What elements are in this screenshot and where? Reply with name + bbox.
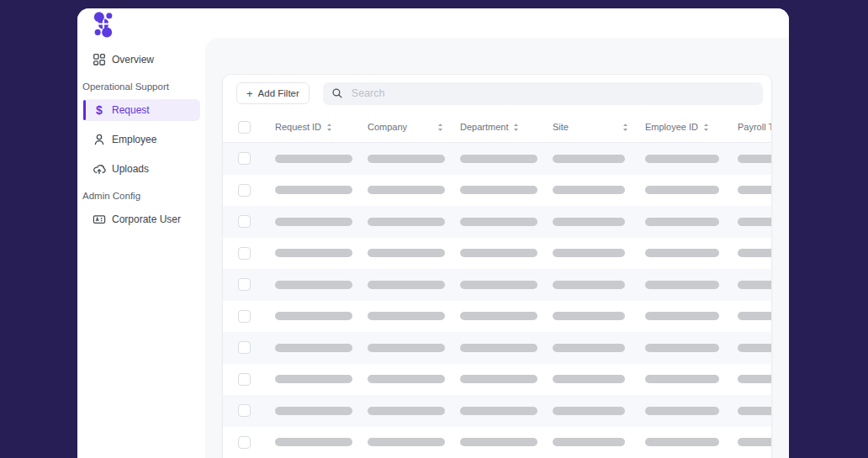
skeleton-pill: [738, 312, 772, 320]
table-row[interactable]: [223, 238, 771, 270]
table-cell: [275, 218, 368, 226]
table-row[interactable]: [223, 143, 771, 175]
table-cell: [460, 249, 553, 257]
skeleton-pill: [460, 186, 537, 194]
row-checkbox[interactable]: [238, 341, 251, 354]
skeleton-pill: [460, 344, 537, 352]
table-cell: [460, 218, 553, 226]
column-header-employee-id[interactable]: Employee ID: [645, 122, 738, 132]
row-checkbox-cell: [223, 436, 275, 449]
table-cell: [275, 407, 368, 415]
sidebar-item-employee[interactable]: Employee: [83, 129, 200, 150]
add-filter-button[interactable]: + Add Filter: [236, 82, 310, 104]
row-checkbox[interactable]: [238, 184, 251, 197]
sidebar-item-corporate-user[interactable]: Corporate User: [83, 208, 200, 230]
row-checkbox[interactable]: [238, 436, 251, 449]
table-cell: [368, 438, 460, 446]
skeleton-pill: [368, 155, 445, 163]
skeleton-pill: [368, 344, 445, 352]
table-row[interactable]: [223, 175, 771, 207]
table-cell: [368, 344, 460, 352]
table-cell: [275, 249, 368, 257]
skeleton-pill: [460, 218, 537, 226]
table-cell: [553, 375, 645, 383]
row-checkbox[interactable]: [238, 404, 251, 417]
table-row[interactable]: [223, 395, 771, 427]
skeleton-pill: [738, 344, 772, 352]
table-cell: [553, 218, 645, 226]
table-row[interactable]: [223, 364, 771, 396]
table-cell: [275, 281, 368, 289]
skeleton-pill: [645, 312, 719, 320]
column-header-request-id[interactable]: Request ID: [275, 122, 368, 132]
table-cell: [368, 407, 460, 415]
table-cell: [460, 438, 553, 446]
sidebar-item-request[interactable]: $Request: [83, 99, 200, 121]
skeleton-pill: [645, 375, 719, 383]
table-cell: [460, 407, 553, 415]
sort-icon[interactable]: [326, 123, 332, 132]
table-cell: [645, 375, 738, 383]
column-label: Site: [553, 122, 569, 132]
table-cell: [645, 407, 738, 415]
table-row[interactable]: [223, 332, 771, 364]
skeleton-pill: [738, 186, 772, 194]
svg-text:$: $: [96, 103, 103, 117]
table-cell: [275, 438, 368, 446]
row-checkbox[interactable]: [238, 278, 251, 291]
table-cell: [553, 281, 645, 289]
user-icon: [93, 133, 106, 146]
skeleton-pill: [460, 155, 537, 163]
table-row[interactable]: [223, 206, 771, 238]
table-row[interactable]: [223, 301, 771, 333]
row-checkbox[interactable]: [238, 373, 251, 386]
row-checkbox-cell: [223, 247, 275, 260]
table-cell: [738, 438, 772, 446]
skeleton-pill: [460, 438, 537, 446]
table-cell: [738, 218, 772, 226]
table-cell: [460, 186, 553, 194]
skeleton-pill: [368, 407, 445, 415]
table-cell: [275, 375, 368, 383]
table-cell: [738, 312, 772, 320]
table-row[interactable]: [223, 427, 771, 458]
table-cell: [738, 186, 772, 194]
column-header-company[interactable]: Company: [368, 122, 460, 132]
row-checkbox[interactable]: [238, 215, 251, 228]
skeleton-pill: [553, 407, 625, 415]
sort-icon[interactable]: [703, 123, 709, 132]
skeleton-pill: [553, 312, 625, 320]
skeleton-pill: [275, 344, 352, 352]
row-checkbox[interactable]: [238, 152, 251, 165]
skeleton-pill: [553, 375, 625, 383]
skeleton-pill: [738, 155, 772, 163]
skeleton-pill: [553, 218, 625, 226]
column-label: Payroll Type: [738, 122, 772, 132]
sort-icon[interactable]: [513, 123, 519, 132]
table-cell: [553, 249, 645, 257]
table-body: [223, 143, 771, 458]
skeleton-pill: [460, 375, 537, 383]
column-header-site[interactable]: Site: [553, 122, 645, 132]
sidebar-item-uploads[interactable]: Uploads: [83, 158, 200, 180]
table-row[interactable]: [223, 269, 771, 301]
table-cell: [553, 312, 645, 320]
sidebar-item-overview[interactable]: Overview: [83, 49, 200, 71]
skeleton-pill: [275, 186, 352, 194]
search-box[interactable]: [323, 82, 763, 105]
search-input[interactable]: [350, 87, 754, 100]
table-cell: [275, 186, 368, 194]
sort-icon[interactable]: [437, 123, 443, 132]
row-checkbox[interactable]: [238, 247, 251, 260]
table-cell: [275, 312, 368, 320]
table-cell: [368, 375, 460, 383]
skeleton-pill: [738, 375, 772, 383]
select-all-checkbox[interactable]: [238, 121, 251, 134]
add-filter-label: Add Filter: [258, 88, 299, 98]
row-checkbox[interactable]: [238, 310, 251, 323]
skeleton-pill: [368, 312, 445, 320]
row-checkbox-cell: [223, 341, 275, 354]
sort-icon[interactable]: [622, 123, 628, 132]
table-cell: [553, 407, 645, 415]
column-header-department[interactable]: Department: [460, 122, 553, 132]
